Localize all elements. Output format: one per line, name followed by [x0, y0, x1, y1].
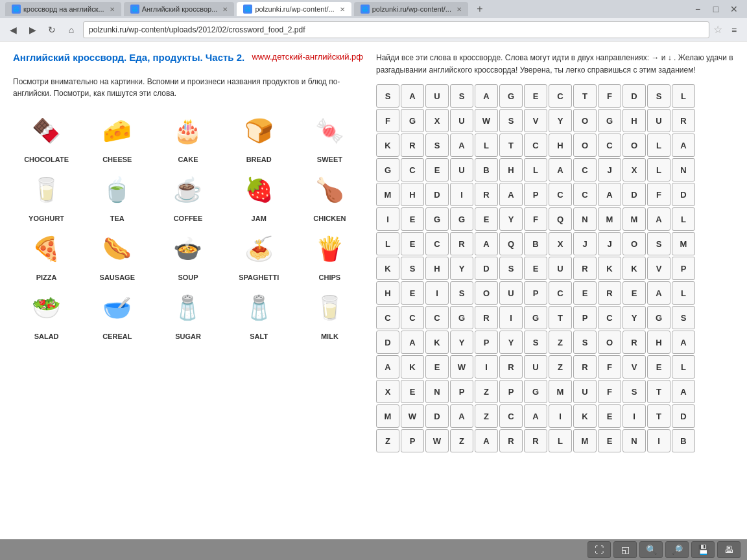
crossword-cell-9-8: P [573, 306, 597, 329]
food-item-sweet: 🍬SWEET [296, 108, 363, 163]
crossword-cell-4-2: D [425, 183, 449, 206]
crossword-cell-10-4: P [475, 331, 498, 354]
crossword-cell-8-9: R [598, 281, 621, 305]
crossword-cell-12-2: N [425, 380, 449, 403]
crossword-cell-3-4: B [475, 158, 498, 181]
food-emoji-jam: 🍓 [230, 167, 288, 213]
tab-3-close[interactable]: ✕ [340, 6, 345, 13]
save-button[interactable]: 💾 [691, 541, 715, 558]
food-label-chicken: CHICKEN [313, 215, 346, 222]
crossword-cell-2-8: O [573, 134, 597, 157]
crossword-cell-6-1: E [401, 232, 424, 255]
bookmark-icon[interactable]: ☆ [713, 23, 722, 36]
crossword-cell-12-6: G [524, 380, 547, 403]
food-emoji-sweet: 🍬 [300, 108, 359, 154]
food-emoji-spaghetti: 🍝 [230, 226, 288, 272]
address-bar[interactable] [83, 21, 709, 38]
new-tab-button[interactable]: + [472, 1, 488, 17]
crossword-cell-6-4: A [475, 232, 498, 255]
crossword-cell-12-5: P [499, 380, 523, 403]
tab-1-close[interactable]: ✕ [110, 6, 115, 13]
food-label-bread: BREAD [246, 156, 272, 163]
crossword-cell-12-11: T [647, 380, 670, 403]
crossword-cell-1-12: R [672, 109, 695, 132]
home-button[interactable]: ⌂ [64, 22, 79, 38]
food-emoji-sausage: 🌭 [88, 226, 147, 272]
crossword-cell-2-12: A [672, 134, 695, 157]
settings-icon[interactable]: ≡ [726, 22, 742, 38]
crossword-cell-1-0: F [376, 109, 399, 132]
crossword-cell-9-10: Y [622, 306, 646, 329]
food-item-tea: 🍵TEA [84, 167, 150, 222]
food-item-coffee: ☕COFFEE [154, 167, 221, 222]
crossword-cell-6-5: Q [499, 232, 523, 255]
tab-2-close[interactable]: ✕ [222, 6, 228, 13]
crossword-cell-10-0: D [376, 331, 399, 354]
tab-2[interactable]: 🌐 Английский кроссвор... ✕ [124, 2, 235, 16]
forward-button[interactable]: ▶ [25, 22, 40, 38]
crossword-cell-6-11: S [647, 232, 670, 255]
zoom-in-button[interactable]: 🔎 [665, 541, 689, 558]
crossword-cell-9-9: C [598, 306, 621, 329]
crossword-cell-7-1: S [401, 257, 424, 280]
crossword-cell-5-4: E [475, 207, 498, 231]
food-emoji-cereal: 🥣 [88, 285, 147, 331]
crossword-cell-13-8: K [573, 404, 597, 428]
crossword-cell-8-4: O [475, 281, 498, 305]
crossword-cell-11-0: A [376, 355, 399, 379]
crossword-cell-5-2: G [425, 207, 449, 231]
crossword-cell-0-4: A [475, 84, 498, 108]
print-button[interactable]: 🖶 [717, 541, 741, 558]
crossword-cell-2-9: C [598, 134, 621, 157]
crossword-cell-6-9: J [598, 232, 621, 255]
crossword-cell-1-5: S [499, 109, 523, 132]
tab-4[interactable]: 🌐 polzunki.ru/wp-content/... ✕ [354, 2, 468, 16]
tab-4-close[interactable]: ✕ [456, 6, 462, 13]
tab-1-label: кроссворд на английск... [23, 5, 104, 13]
crossword-cell-8-8: E [573, 281, 597, 305]
crossword-cell-14-8: M [573, 429, 597, 452]
maximize-button[interactable]: □ [708, 1, 724, 17]
close-button[interactable]: ✕ [726, 1, 742, 17]
crossword-instructions: Найди все эти слова в кроссворде. Слова … [376, 52, 734, 76]
crossword-cell-6-12: M [672, 232, 695, 255]
back-button[interactable]: ◀ [5, 22, 21, 38]
food-item-chicken: 🍗CHICKEN [296, 167, 363, 222]
crossword-cell-3-11: L [647, 158, 670, 181]
left-panel: Английский кроссворд. Еда, продукты. Час… [13, 52, 363, 529]
crossword-cell-11-4: I [475, 355, 498, 379]
crossword-cell-7-12: P [672, 257, 695, 280]
minimize-button[interactable]: − [690, 1, 706, 17]
tab-3-icon: 🌐 [243, 5, 252, 14]
tab-3[interactable]: 🌐 polzunki.ru/wp-content/... ✕ [237, 2, 351, 16]
instructions: Посмотри внимательно на картинки. Вспомн… [13, 76, 363, 99]
crossword-cell-13-0: M [376, 404, 399, 428]
crossword-cell-14-6: R [524, 429, 547, 452]
food-label-chips: CHIPS [319, 274, 341, 281]
tab-3-label: polzunki.ru/wp-content/... [255, 5, 334, 13]
food-emoji-salad: 🥗 [18, 285, 76, 331]
food-item-spaghetti: 🍝SPAGHETTI [226, 226, 292, 281]
crossword-cell-10-3: Y [450, 331, 473, 354]
zoom-out-button[interactable]: 🔍 [639, 541, 663, 558]
food-item-chips: 🍟CHIPS [296, 226, 363, 281]
crossword-cell-3-10: X [622, 158, 646, 181]
fit-page-button[interactable]: ◱ [613, 541, 637, 558]
food-label-cake: CAKE [178, 156, 198, 163]
crossword-cell-12-12: A [672, 380, 695, 403]
crossword-cell-14-11: I [647, 429, 670, 452]
crossword-cell-12-4: Z [475, 380, 498, 403]
crossword-cell-7-0: K [376, 257, 399, 280]
crossword-cell-0-0: S [376, 84, 399, 108]
food-item-cereal: 🥣CEREAL [84, 285, 150, 340]
fullscreen-button[interactable]: ⛶ [587, 541, 611, 558]
reload-button[interactable]: ↻ [44, 22, 60, 38]
website-link[interactable]: www.детский-английский.рф [252, 52, 363, 62]
crossword-cell-9-1: C [401, 306, 424, 329]
crossword-cell-13-2: D [425, 404, 449, 428]
tab-1[interactable]: 🌐 кроссворд на английск... ✕ [5, 2, 121, 16]
page-title: Английский кроссворд. Еда, продукты. Час… [13, 52, 244, 63]
crossword-cell-9-4: R [475, 306, 498, 329]
crossword-cell-12-3: P [450, 380, 473, 403]
pdf-toolbar: ⛶ ◱ 🔍 🔎 💾 🖶 [0, 539, 747, 560]
